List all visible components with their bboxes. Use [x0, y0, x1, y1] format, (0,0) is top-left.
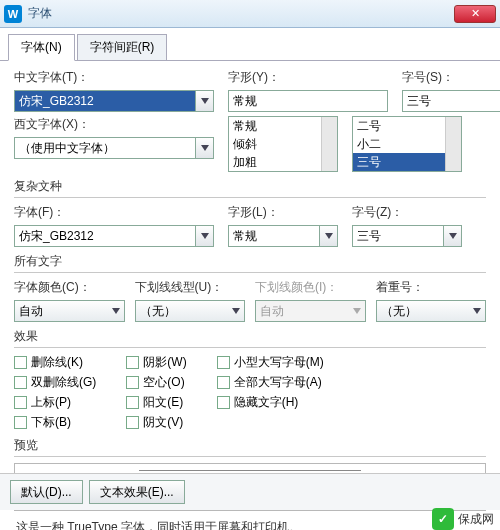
- checkbox-dblstrike[interactable]: 双删除线(G): [14, 374, 96, 391]
- color-dropdown[interactable]: 自动: [14, 300, 125, 322]
- font-description: 这是一种 TrueType 字体，同时适用于屏幕和打印机。: [16, 519, 484, 530]
- size-input[interactable]: [402, 90, 500, 112]
- complex-style-label: 字形(L)：: [228, 204, 338, 221]
- ucolor-dropdown: 自动: [255, 300, 366, 322]
- complex-style-input[interactable]: 常规: [228, 225, 320, 247]
- underline-label: 下划线线型(U)：: [135, 279, 246, 296]
- complex-size-label: 字号(Z)：: [352, 204, 462, 221]
- tab-font[interactable]: 字体(N): [8, 34, 75, 61]
- underline-dropdown[interactable]: （无）: [135, 300, 246, 322]
- cn-font-dropdown[interactable]: [196, 90, 214, 112]
- color-label: 字体颜色(C)：: [14, 279, 125, 296]
- watermark-brand: 保成网: [458, 511, 494, 528]
- checkbox-hidden[interactable]: 隐藏文字(H): [217, 394, 324, 411]
- west-font-input[interactable]: （使用中文字体）: [14, 137, 196, 159]
- complex-font-dropdown[interactable]: [196, 225, 214, 247]
- checkbox-subscript[interactable]: 下标(B): [14, 414, 96, 431]
- checkbox-shadow[interactable]: 阴影(W): [126, 354, 186, 371]
- complex-style-dropdown[interactable]: [320, 225, 338, 247]
- size-label: 字号(S)：: [402, 69, 500, 86]
- checkbox-emboss[interactable]: 阳文(E): [126, 394, 186, 411]
- complex-size-input[interactable]: 三号: [352, 225, 444, 247]
- size-listbox[interactable]: 二号 小二 三号: [352, 116, 462, 172]
- preview-title: 预览: [14, 437, 486, 454]
- window-title: 字体: [28, 5, 454, 22]
- complex-font-label: 字体(F)：: [14, 204, 214, 221]
- emphasis-label: 着重号：: [376, 279, 487, 296]
- west-font-dropdown[interactable]: [196, 137, 214, 159]
- cn-font-input[interactable]: 仿宋_GB2312: [14, 90, 196, 112]
- checkbox-outline[interactable]: 空心(O): [126, 374, 186, 391]
- style-listbox[interactable]: 常规 倾斜 加粗: [228, 116, 338, 172]
- style-input[interactable]: [228, 90, 388, 112]
- checkbox-engrave[interactable]: 阴文(V): [126, 414, 186, 431]
- checkbox-strike[interactable]: 删除线(K): [14, 354, 96, 371]
- app-icon: W: [4, 5, 22, 23]
- style-label: 字形(Y)：: [228, 69, 388, 86]
- scrollbar[interactable]: [445, 117, 461, 171]
- watermark: ✓ 保成网: [432, 508, 494, 530]
- default-button[interactable]: 默认(D)...: [10, 480, 83, 504]
- checkbox-allcaps[interactable]: 全部大写字母(A): [217, 374, 324, 391]
- all-title: 所有文字: [14, 253, 486, 270]
- ucolor-label: 下划线颜色(I)：: [255, 279, 366, 296]
- complex-size-dropdown[interactable]: [444, 225, 462, 247]
- close-button[interactable]: ✕: [454, 5, 496, 23]
- west-font-label: 西文字体(X)：: [14, 116, 214, 133]
- checkbox-superscript[interactable]: 上标(P): [14, 394, 96, 411]
- emphasis-dropdown[interactable]: （无）: [376, 300, 487, 322]
- complex-title: 复杂文种: [14, 178, 486, 195]
- scrollbar[interactable]: [321, 117, 337, 171]
- tab-spacing[interactable]: 字符间距(R): [77, 34, 168, 60]
- effects-title: 效果: [14, 328, 486, 345]
- checkbox-smallcaps[interactable]: 小型大写字母(M): [217, 354, 324, 371]
- watermark-icon: ✓: [432, 508, 454, 530]
- complex-font-input[interactable]: 仿宋_GB2312: [14, 225, 196, 247]
- cn-font-label: 中文字体(T)：: [14, 69, 214, 86]
- text-effect-button[interactable]: 文本效果(E)...: [89, 480, 185, 504]
